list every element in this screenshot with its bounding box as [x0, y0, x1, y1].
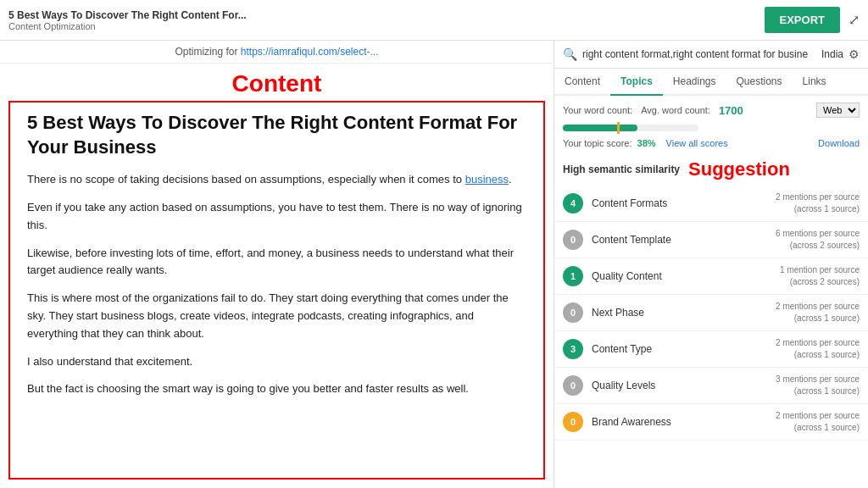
- topic-list: 4Content Formats2 mentions per source(ac…: [554, 186, 868, 488]
- article-body: There is no scope of taking decisions ba…: [27, 171, 526, 398]
- export-button[interactable]: EXPORT: [765, 7, 840, 33]
- editor-area[interactable]: 5 Best Ways To Discover The Right Conten…: [8, 101, 545, 480]
- main-content: Optimizing for https://iamrafiqul.com/se…: [0, 41, 868, 488]
- topic-item[interactable]: 0Next Phase2 mentions per source(across …: [554, 295, 868, 331]
- page-title: 5 Best Ways To Discover The Right Conten…: [8, 9, 247, 21]
- topic-badge: 0: [563, 412, 583, 432]
- topic-badge: 0: [563, 230, 583, 250]
- topic-meta: 2 mentions per source(across 1 source): [776, 301, 860, 324]
- view-all-scores-link[interactable]: View all scores: [666, 138, 728, 148]
- progress-marker: [617, 122, 620, 134]
- tab-content[interactable]: Content: [554, 69, 610, 96]
- score-label: Your topic score:: [563, 138, 632, 148]
- tab-questions[interactable]: Questions: [726, 69, 793, 96]
- settings-icon[interactable]: ⚙: [849, 47, 860, 61]
- content-label: Content: [0, 64, 554, 101]
- topic-meta: 2 mentions per source(across 1 source): [776, 337, 860, 361]
- avg-value: 1700: [719, 104, 743, 117]
- stats-row: Your word count: Avg. word count: 1700 W…: [554, 96, 868, 121]
- suggestion-label: Suggestion: [688, 158, 790, 180]
- optimizing-bar: Optimizing for https://iamrafiqul.com/se…: [0, 41, 554, 64]
- business-link[interactable]: business: [465, 173, 509, 186]
- topic-item[interactable]: 0Quality Levels3 mentions per source(acr…: [554, 368, 868, 404]
- high-semantic-text: High semantic similarity: [563, 164, 680, 175]
- optimizing-url[interactable]: https://iamrafiqul.com/select-...: [241, 46, 379, 58]
- topic-item[interactable]: 1Quality Content1 mention per source(acr…: [554, 258, 868, 295]
- topic-name: Content Type: [592, 343, 767, 355]
- topic-meta: 6 mentions per source(across 2 sources): [776, 228, 860, 252]
- high-semantic-label: High semantic similarity Suggestion: [554, 153, 868, 186]
- tab-headings[interactable]: Headings: [663, 69, 726, 96]
- topic-badge: 3: [563, 339, 583, 359]
- topic-badge: 4: [563, 193, 583, 214]
- topic-item[interactable]: 4Content Formats2 mentions per source(ac…: [554, 186, 868, 222]
- tabs-bar: ContentTopicsHeadingsQuestionsLinks: [554, 69, 868, 96]
- expand-icon[interactable]: ⤢: [849, 12, 860, 28]
- region-label: India: [821, 48, 843, 60]
- topic-badge: 0: [563, 302, 583, 323]
- topic-name: Next Phase: [592, 307, 767, 319]
- web-select[interactable]: Web: [816, 103, 860, 118]
- article-paragraph: This is where most of the organizations …: [27, 290, 526, 342]
- optimizing-prefix: Optimizing for: [175, 46, 237, 58]
- score-value: 38%: [637, 138, 656, 148]
- tab-links[interactable]: Links: [793, 69, 837, 96]
- topic-name: Brand Awareness: [592, 416, 767, 428]
- topic-meta: 2 mentions per source(across 1 source): [776, 191, 860, 215]
- avg-label: Avg. word count:: [641, 105, 710, 115]
- topic-name: Content Template: [592, 234, 767, 246]
- article-title: 5 Best Ways To Discover The Right Conten…: [27, 111, 526, 159]
- search-icon: 🔍: [563, 47, 577, 61]
- progress-bar-fill: [563, 125, 637, 131]
- article-paragraph: Even if you take any action based on ass…: [27, 199, 526, 235]
- article-paragraph: Likewise, before investing lots of time,…: [27, 245, 526, 280]
- progress-bar-wrap: [554, 121, 868, 135]
- search-input[interactable]: [582, 48, 816, 60]
- topic-badge: 0: [563, 375, 583, 396]
- top-bar: 5 Best Ways To Discover The Right Conten…: [0, 0, 868, 41]
- topic-meta: 1 mention per source(across 2 sources): [780, 264, 860, 288]
- topic-item[interactable]: 3Content Type2 mentions per source(acros…: [554, 331, 868, 368]
- progress-bar-bg: [563, 125, 698, 131]
- score-row: Your topic score: 38% View all scores Do…: [554, 135, 868, 153]
- article-paragraph: I also understand that excitement.: [27, 353, 526, 371]
- article-paragraph: But the fact is choosing the smart way i…: [27, 380, 526, 398]
- download-link[interactable]: Download: [818, 138, 860, 148]
- left-panel: Optimizing for https://iamrafiqul.com/se…: [0, 41, 554, 488]
- article-paragraph: There is no scope of taking decisions ba…: [27, 171, 526, 189]
- topic-name: Content Formats: [592, 197, 767, 209]
- tab-topics[interactable]: Topics: [610, 69, 663, 96]
- topic-meta: 2 mentions per source(across 1 source): [776, 410, 860, 434]
- page-subtitle: Content Optimization: [8, 21, 765, 31]
- topic-item[interactable]: 0Content Template6 mentions per source(a…: [554, 222, 868, 258]
- topic-badge: 1: [563, 266, 583, 286]
- topic-item[interactable]: 0Brand Awareness2 mentions per source(ac…: [554, 404, 868, 441]
- topic-name: Quality Levels: [592, 380, 767, 391]
- topic-meta: 3 mentions per source(across 1 source): [776, 374, 860, 397]
- search-bar: 🔍 India ⚙: [554, 41, 868, 69]
- topic-name: Quality Content: [592, 270, 771, 282]
- right-panel: 🔍 India ⚙ ContentTopicsHeadingsQuestions…: [554, 41, 868, 488]
- word-count-label: Your word count:: [563, 105, 632, 115]
